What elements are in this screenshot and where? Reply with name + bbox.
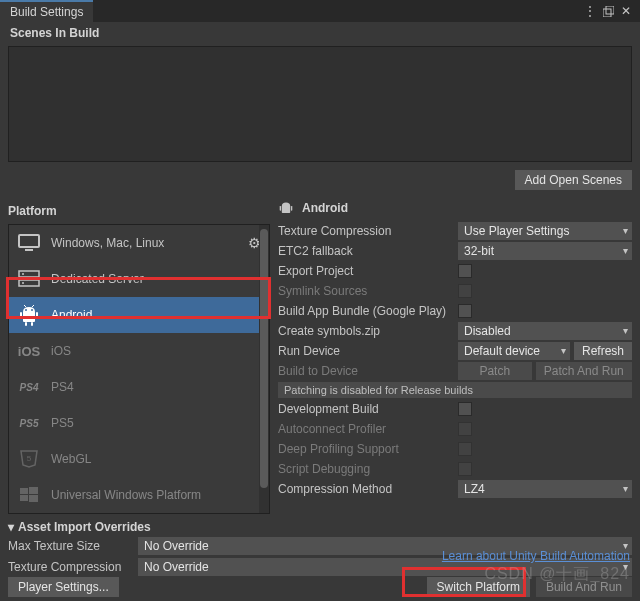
run-device-dropdown[interactable]: Default device: [458, 342, 570, 360]
platform-scrollbar[interactable]: [259, 225, 269, 513]
compression-method-dropdown[interactable]: LZ4: [458, 480, 632, 498]
platform-label: Dedicated Server: [51, 272, 144, 286]
close-icon[interactable]: ✕: [618, 3, 634, 19]
monitor-icon: [17, 231, 41, 255]
script-debugging-label: Script Debugging: [278, 462, 458, 476]
platform-header: Platform: [8, 200, 270, 222]
platform-label: WebGL: [51, 452, 91, 466]
platform-item-dedicated-server[interactable]: Dedicated Server: [9, 261, 269, 297]
platform-item-webgl[interactable]: 5 WebGL: [9, 441, 269, 477]
svg-rect-12: [25, 322, 27, 326]
player-settings-button[interactable]: Player Settings...: [8, 577, 119, 597]
ps5-icon: PS5: [17, 411, 41, 435]
windows-icon: [17, 483, 41, 507]
window-title: Build Settings: [10, 5, 83, 19]
window-tab[interactable]: Build Settings: [0, 0, 93, 22]
svg-point-8: [25, 309, 27, 311]
svg-rect-18: [29, 487, 38, 494]
kebab-menu-icon[interactable]: ⋮: [582, 3, 598, 19]
run-device-label: Run Device: [278, 344, 458, 358]
build-to-device-label: Build to Device: [278, 364, 458, 378]
right-panel-title: Android: [302, 201, 348, 215]
development-build-checkbox[interactable]: [458, 402, 472, 416]
export-project-checkbox[interactable]: [458, 264, 472, 278]
svg-point-9: [31, 309, 33, 311]
deep-profiling-checkbox: [458, 442, 472, 456]
svg-rect-11: [36, 312, 38, 319]
texture-compression-dropdown[interactable]: Use Player Settings: [458, 222, 632, 240]
autoconnect-profiler-checkbox: [458, 422, 472, 436]
switch-platform-button[interactable]: Switch Platform: [427, 577, 530, 597]
platform-label: PS4: [51, 380, 74, 394]
platform-label: iOS: [51, 344, 71, 358]
platform-item-standalone[interactable]: Windows, Mac, Linux ⚙: [9, 225, 269, 261]
platform-label: Android: [51, 308, 92, 322]
build-app-bundle-label: Build App Bundle (Google Play): [278, 304, 458, 318]
refresh-button[interactable]: Refresh: [574, 342, 632, 360]
platform-item-android[interactable]: Android: [9, 297, 269, 333]
svg-rect-19: [20, 495, 28, 501]
create-symbols-label: Create symbols.zip: [278, 324, 458, 338]
svg-rect-17: [20, 488, 28, 494]
override-texture-compression-label: Texture Compression: [8, 560, 138, 574]
svg-rect-20: [29, 495, 38, 502]
build-app-bundle-checkbox[interactable]: [458, 304, 472, 318]
patch-and-run-button: Patch And Run: [536, 362, 633, 380]
script-debugging-checkbox: [458, 462, 472, 476]
patch-button: Patch: [458, 362, 532, 380]
webgl-icon: 5: [17, 447, 41, 471]
scenes-header: Scenes In Build: [0, 22, 640, 44]
platform-list: Windows, Mac, Linux ⚙ Dedicated Server A…: [8, 224, 270, 514]
build-automation-link[interactable]: Learn about Unity Build Automation: [442, 549, 630, 563]
platform-item-ps5[interactable]: PS5 PS5: [9, 405, 269, 441]
asset-import-overrides-foldout[interactable]: ▾ Asset Import Overrides: [8, 520, 632, 534]
popout-icon[interactable]: [600, 3, 616, 19]
overrides-header: Asset Import Overrides: [18, 520, 151, 534]
development-build-label: Development Build: [278, 402, 458, 416]
svg-text:5: 5: [27, 454, 32, 463]
texture-compression-label: Texture Compression: [278, 224, 458, 238]
right-panel-header: Android: [278, 200, 632, 222]
android-icon: [17, 303, 41, 327]
svg-line-15: [32, 305, 34, 307]
svg-point-7: [22, 282, 24, 284]
etc2-fallback-label: ETC2 fallback: [278, 244, 458, 258]
ps4-icon: PS4: [17, 375, 41, 399]
symlink-sources-label: Symlink Sources: [278, 284, 458, 298]
platform-label: Windows, Mac, Linux: [51, 236, 164, 250]
platform-item-ps4[interactable]: PS4 PS4: [9, 369, 269, 405]
svg-rect-1: [606, 6, 614, 14]
max-texture-size-label: Max Texture Size: [8, 539, 138, 553]
platform-item-uwp[interactable]: Universal Windows Platform: [9, 477, 269, 513]
create-symbols-dropdown[interactable]: Disabled: [458, 322, 632, 340]
svg-line-14: [24, 305, 26, 307]
add-open-scenes-button[interactable]: Add Open Scenes: [515, 170, 632, 190]
ios-icon: iOS: [17, 339, 41, 363]
svg-rect-21: [280, 206, 281, 211]
chevron-down-icon: ▾: [8, 520, 14, 534]
android-icon: [278, 200, 294, 216]
svg-rect-13: [31, 322, 33, 326]
svg-rect-2: [19, 235, 39, 247]
server-icon: [17, 267, 41, 291]
platform-label: PS5: [51, 416, 74, 430]
build-and-run-button: Build And Run: [536, 577, 632, 597]
titlebar: Build Settings ⋮ ✕: [0, 0, 640, 22]
autoconnect-profiler-label: Autoconnect Profiler: [278, 422, 458, 436]
svg-point-6: [22, 273, 24, 275]
deep-profiling-label: Deep Profiling Support: [278, 442, 458, 456]
svg-rect-22: [291, 206, 292, 211]
etc2-fallback-dropdown[interactable]: 32-bit: [458, 242, 632, 260]
svg-rect-10: [20, 312, 22, 319]
compression-method-label: Compression Method: [278, 482, 458, 496]
patching-disabled-info: Patching is disabled for Release builds: [278, 382, 632, 398]
svg-rect-0: [603, 9, 611, 17]
symlink-sources-checkbox: [458, 284, 472, 298]
svg-rect-3: [25, 249, 33, 251]
platform-item-ios[interactable]: iOS iOS: [9, 333, 269, 369]
platform-label: Universal Windows Platform: [51, 488, 201, 502]
scenes-list[interactable]: [8, 46, 632, 162]
export-project-label: Export Project: [278, 264, 458, 278]
